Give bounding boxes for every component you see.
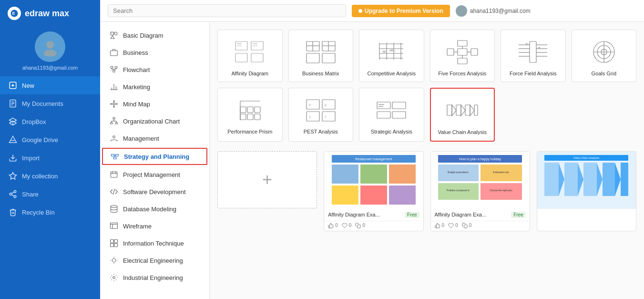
sidebar-item-recycle-bin[interactable]: Recycle Bin [0,203,100,221]
competitive-analysis-icon [375,38,408,66]
svg-rect-109 [530,41,536,62]
svg-marker-179 [578,163,583,196]
example-card-1[interactable]: Restaurant management Affinity Diagram E… [324,151,423,231]
template-area: Affinity Diagram [210,22,644,299]
cat-wireframe[interactable]: Wireframe [100,217,209,235]
ind-icon [110,273,118,282]
svg-text:Problem compared to: Problem compared to [447,189,470,192]
svg-rect-45 [111,123,113,124]
sidebar-item-my-collection[interactable]: My collection [0,167,100,185]
cat-info-tech[interactable]: Information Technique [100,235,209,252]
org-icon [110,117,118,125]
examples-grid: + Restaurant management [217,151,636,231]
template-affinity-diagram[interactable]: Affinity Diagram [217,30,283,82]
cat-industrial[interactable]: Industrial Engineering [100,269,209,286]
five-forces-label: Five Forces Analysis [438,70,486,77]
template-value-chain[interactable]: Value Chain Analysis [430,88,495,141]
template-pest-analysis[interactable]: P E S T PEST Analysis [288,88,354,141]
template-goals-grid[interactable]: Goals Grid [572,30,637,82]
sidebar-item-share[interactable]: Share [0,185,100,203]
sidebar-item-dropbox[interactable]: DropBox [0,113,100,131]
template-force-field[interactable]: Force Field Analysis [501,30,566,82]
free-badge-2: Free [511,212,526,218]
logo-icon: E [8,7,21,20]
svg-marker-148 [452,105,456,116]
goals-grid-label: Goals Grid [591,70,616,77]
drive-icon [9,135,17,144]
cat-marketing[interactable]: Marketing [100,78,209,95]
svg-rect-173 [464,225,467,228]
hearts-1: 0 [342,223,352,228]
sw-icon [110,187,118,196]
user-profile[interactable]: ahana1193@gmail.com [0,27,100,76]
svg-marker-22 [111,36,114,39]
svg-text:P: P [309,103,311,107]
content-area: Basic Diagram Business Flowchart Marketi… [100,22,644,299]
example-card-3[interactable]: Value chain analysis [537,151,636,231]
affinity-diagram-label: Affinity Diagram [232,70,268,77]
free-badge-1: Free [405,212,419,218]
svg-rect-128 [240,114,246,120]
example-card-2[interactable]: How to plan a happy holiday Budget expen… [430,151,530,231]
svg-rect-78 [237,45,242,46]
cat-flowchart[interactable]: Flowchart [100,61,209,78]
cat-electrical[interactable]: Electrical Engineering [100,252,209,269]
sidebar-item-my-documents[interactable]: My Documents [0,94,100,113]
cat-business[interactable]: Business [100,44,209,61]
svg-rect-178 [564,163,578,196]
svg-marker-14 [10,173,17,179]
cat-org-chart[interactable]: Organizational Chart [100,113,209,130]
svg-rect-102 [471,49,478,55]
template-competitive-analysis[interactable]: Competitive Analysis [359,30,424,82]
template-five-forces[interactable]: Five Forces Analysis [430,30,495,82]
logo[interactable]: E edraw max [0,0,100,27]
cat-software-dev[interactable]: Software Development [100,183,209,200]
svg-rect-100 [458,49,467,55]
svg-rect-176 [544,163,559,196]
sidebar-item-import[interactable]: Import [0,149,100,167]
svg-text:Value chain analysis: Value chain analysis [573,156,599,159]
topbar-user[interactable]: ahana1193@gmail.com [456,5,531,17]
new-template-card[interactable]: + [217,151,317,208]
svg-point-70 [112,258,116,262]
search-input[interactable] [108,4,346,17]
svg-text:Choose the right plan: Choose the right plan [490,189,512,192]
cat-database[interactable]: Database Modeling [100,200,209,217]
template-strategic-analysis[interactable]: Strategic Analysis [359,88,424,141]
svg-rect-80 [253,43,257,44]
svg-point-16 [10,193,12,196]
svg-rect-53 [116,155,119,156]
cat-mind-map[interactable]: Mind Map [100,95,209,113]
svg-point-62 [111,206,117,208]
svg-rect-25 [115,66,117,68]
svg-rect-158 [389,165,416,184]
svg-rect-67 [114,240,118,243]
cat-project-mgmt[interactable]: Project Management [100,166,209,183]
shape-icon [110,31,118,40]
force-field-icon [516,38,550,66]
svg-rect-126 [247,107,253,113]
svg-text:How to plan a happy holiday: How to plan a happy holiday [459,157,501,161]
svg-rect-87 [322,53,335,63]
svg-marker-177 [559,163,564,196]
cat-strategy[interactable]: Strategy and Planning [102,148,207,165]
sidebar-item-new[interactable]: New [0,76,100,94]
upgrade-button[interactable]: Upgrade to Premium Version [352,5,450,17]
svg-rect-68 [111,244,114,247]
template-business-matrix[interactable]: Business Matrix [288,30,354,82]
svg-rect-161 [389,186,416,205]
template-performance-prism[interactable]: Performance Prism [217,88,283,141]
cat-management[interactable]: Management [100,130,209,147]
svg-text:T: T [325,115,327,119]
svg-text:E: E [12,11,15,16]
svg-text:Estimated cost: Estimated cost [493,171,509,174]
cat-basic-diagram[interactable]: Basic Diagram [100,27,209,44]
svg-rect-180 [583,163,597,196]
user-email: ahana1193@gmail.com [22,65,78,71]
share-icon [9,190,17,198]
affinity-diagram-icon [233,38,266,66]
sidebar-item-google-drive[interactable]: Google Drive [0,131,100,149]
import-icon [9,154,17,162]
topbar-avatar [456,5,467,17]
likes-1: 0 [328,223,338,228]
